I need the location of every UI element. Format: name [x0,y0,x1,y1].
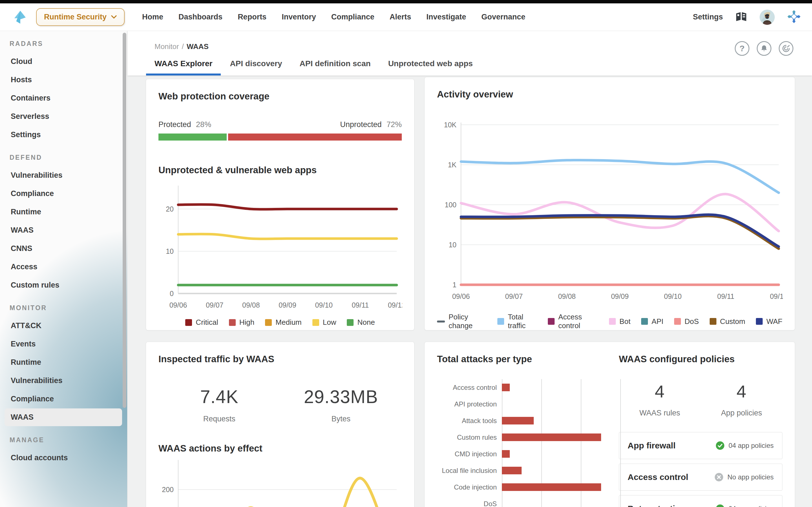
prisma-star-icon[interactable] [787,10,801,24]
sidebar-item-monitor-waas[interactable]: WAAS [4,408,122,426]
bar-value[interactable] [502,434,601,441]
app-policies-value: 4 [701,381,782,401]
series-bot [461,194,779,231]
notifications-bell-icon[interactable] [757,41,771,56]
sidebar-item-monitor-vulnerabilities[interactable]: Vulnerabilities [4,372,122,390]
card-title: WAAS configured policies [619,354,782,364]
protected-percent: 28% [196,120,211,129]
legend-item-medium[interactable]: Medium [265,318,301,327]
nav-item-inventory[interactable]: Inventory [282,13,316,21]
legend-swatch-high [229,319,236,326]
bar-row-api-protection: API protection [437,396,619,412]
docs-book-icon[interactable] [735,11,747,23]
tab-api-discovery[interactable]: API discovery [230,59,282,75]
svg-text:09/08: 09/08 [242,301,260,309]
svg-text:09/10: 09/10 [664,292,682,300]
legend-item-dos[interactable]: DoS [674,317,699,326]
bar-track [502,446,621,462]
requests-metric: 7.4K Requests [158,386,280,424]
activity-overview-legend: Policy changeTotal trafficAccess control… [437,313,782,330]
legend-item-total-traffic[interactable]: Total traffic [497,313,537,330]
tab-api-definition-scan[interactable]: API definition scan [300,59,371,75]
bytes-metric: 29.33MB Bytes [280,386,402,424]
sidebar-item-manage-cloud-accounts[interactable]: Cloud accounts [4,449,122,467]
avatar[interactable] [760,10,775,25]
sidebar-item-radars-cloud[interactable]: Cloud [4,53,122,70]
legend-item-access-control[interactable]: Access control [548,313,598,330]
breadcrumb-parent[interactable]: Monitor [154,42,179,51]
sidebar-nav: RADARSCloudHostsContainersServerlessSett… [0,40,127,467]
nav-item-investigate[interactable]: Investigate [426,13,466,21]
policy-name: App firewall [627,441,675,450]
sidebar-item-defend-waas[interactable]: WAAS [4,221,122,239]
legend-item-waf[interactable]: WAF [756,317,782,326]
tour-target-icon[interactable] [779,41,794,56]
bar-value[interactable] [502,450,510,458]
nav-item-alerts[interactable]: Alerts [390,13,411,21]
sidebar-item-defend-custom-rules[interactable]: Custom rules [4,276,122,294]
help-icon[interactable]: ? [735,41,749,56]
waas-actions-chart: 200 [158,459,402,507]
prisma-compute-logo-icon[interactable] [13,10,27,24]
legend-swatch-dos [674,318,681,325]
coverage-labels: Protected 28% Unprotected 72% [158,120,402,129]
check-circle-icon [716,504,725,507]
nav-item-governance[interactable]: Governance [481,13,525,21]
nav-item-reports[interactable]: Reports [238,13,266,21]
sidebar-item-defend-runtime[interactable]: Runtime [4,203,122,221]
nav-item-dashboards[interactable]: Dashboards [179,13,222,21]
policy-row-access-control[interactable]: Access controlNo app policies [619,464,782,491]
top-nav: Runtime Security HomeDashboardsReportsIn… [0,3,812,31]
bar-value[interactable] [502,417,534,425]
sidebar-item-defend-compliance[interactable]: Compliance [4,185,122,203]
sidebar-item-defend-access[interactable]: Access [4,258,122,276]
bar-value[interactable] [502,483,601,491]
legend-item-high[interactable]: High [229,318,254,327]
waas-rules-label: WAAS rules [619,409,701,417]
bar-label: Custom rules [437,434,502,441]
legend-item-api[interactable]: API [641,317,663,326]
bar-value[interactable] [502,384,510,391]
nav-item-compliance[interactable]: Compliance [331,13,374,21]
legend-item-bot[interactable]: Bot [609,317,630,326]
sidebar-item-radars-settings[interactable]: Settings [4,126,122,144]
product-switcher[interactable]: Runtime Security [36,8,124,26]
bar-track [502,429,621,446]
svg-text:20: 20 [166,205,174,213]
sidebar-item-radars-serverless[interactable]: Serverless [4,108,122,125]
sidebar-item-monitor-events[interactable]: Events [4,335,122,353]
sidebar-item-radars-containers[interactable]: Containers [4,89,122,107]
legend-item-custom[interactable]: Custom [710,317,746,326]
sidebar-item-monitor-runtime[interactable]: Runtime [4,353,122,371]
breadcrumb: Monitor/WAAS [154,42,209,51]
policy-status: 04 app policies [716,441,774,450]
unprotected-percent: 72% [387,120,402,129]
tab-unprotected-web-apps[interactable]: Unprotected web apps [388,59,473,75]
legend-item-low[interactable]: Low [312,318,336,327]
legend-label: Total traffic [508,313,537,330]
tab-waas-explorer[interactable]: WAAS Explorer [154,59,212,75]
bar-label: Attack tools [437,417,502,425]
bar-row-cmd-injection: CMD injection [437,446,619,462]
policy-row-bot-protection[interactable]: Bot protection04 app policies [619,495,782,507]
policy-name: Access control [627,472,688,482]
sidebar-scrollbar[interactable] [123,33,126,408]
sidebar-item-radars-hosts[interactable]: Hosts [4,71,122,89]
protected-label: Protected [158,120,191,129]
legend-item-critical[interactable]: Critical [185,318,218,327]
sidebar-item-monitor-att-ck[interactable]: ATT&CK [4,317,122,335]
legend-swatch-none [347,319,354,326]
legend-item-policy-change[interactable]: Policy change [437,313,487,330]
card-activity-overview: Activity overview 10K1K10010109/0609/070… [424,77,795,330]
requests-value: 7.4K [158,386,280,407]
legend-item-none[interactable]: None [347,318,375,327]
sidebar-item-defend-vulnerabilities[interactable]: Vulnerabilities [4,166,122,184]
nav-item-settings[interactable]: Settings [693,13,723,21]
policy-row-app-firewall[interactable]: App firewall04 app policies [619,432,782,459]
sidebar-item-defend-cnns[interactable]: CNNS [4,240,122,258]
svg-text:10: 10 [449,241,456,249]
bar-value[interactable] [502,467,522,474]
sidebar-item-monitor-compliance[interactable]: Compliance [4,390,122,408]
nav-item-home[interactable]: Home [142,13,163,21]
legend-swatch-medium [265,319,272,326]
